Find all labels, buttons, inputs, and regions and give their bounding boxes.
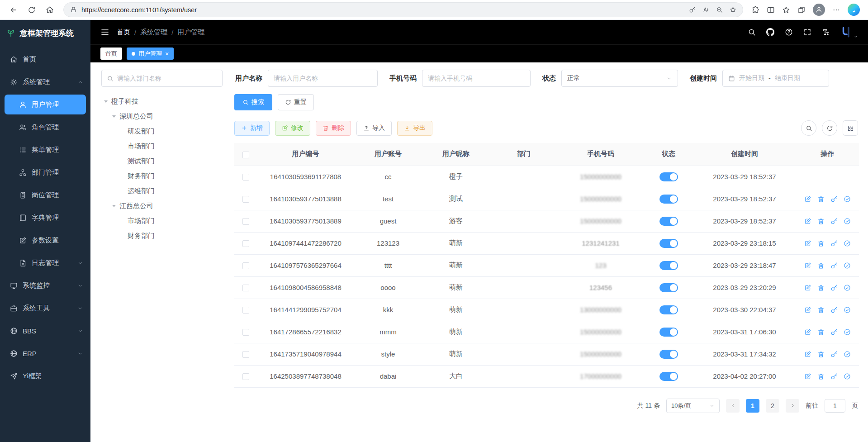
status-select[interactable]: 正常 (561, 70, 678, 87)
sidebar-item-param-settings[interactable]: 参数设置 (0, 229, 90, 252)
sidebar-item-system-management[interactable]: 系统管理 (0, 71, 90, 93)
edit-user-icon[interactable] (804, 328, 811, 336)
close-tab-icon[interactable]: × (165, 51, 169, 57)
phone-filter-input[interactable] (422, 70, 531, 87)
goto-page-input[interactable] (825, 399, 845, 413)
import-button[interactable]: 导入 (356, 121, 392, 136)
assign-role-icon[interactable] (844, 195, 851, 203)
reset-password-icon[interactable] (830, 195, 838, 203)
read-aloud-icon[interactable] (702, 6, 709, 13)
tree-node[interactable]: 研发部门 (101, 124, 223, 139)
tree-node[interactable]: 市场部门 (101, 214, 223, 228)
reset-password-icon[interactable] (830, 351, 838, 358)
row-checkbox[interactable] (242, 373, 249, 380)
font-size-icon[interactable] (822, 28, 830, 36)
tree-node[interactable]: 深圳总公司 (101, 109, 223, 124)
more-options-icon[interactable] (832, 6, 840, 14)
assign-role-icon[interactable] (844, 328, 851, 336)
favorites-bar-icon[interactable] (782, 6, 790, 14)
split-screen-icon[interactable] (767, 6, 775, 14)
reset-password-icon[interactable] (830, 262, 838, 269)
sidebar-item-user-management[interactable]: 用户管理 (5, 95, 86, 114)
row-checkbox[interactable] (242, 285, 249, 291)
reset-password-icon[interactable] (830, 284, 838, 291)
row-checkbox[interactable] (242, 262, 249, 269)
dept-search-input[interactable] (117, 75, 217, 82)
delete-user-icon[interactable] (817, 262, 825, 269)
refresh-table-button[interactable] (822, 120, 837, 136)
edit-user-icon[interactable] (804, 218, 811, 225)
assign-role-icon[interactable] (844, 218, 851, 225)
created-date-range-picker[interactable]: 开始日期 - 结束日期 (722, 70, 829, 87)
delete-user-icon[interactable] (817, 306, 825, 314)
favorite-star-icon[interactable] (730, 6, 736, 13)
edit-user-icon[interactable] (804, 195, 811, 203)
next-page-button[interactable] (786, 399, 799, 413)
collections-icon[interactable] (797, 6, 806, 14)
sidebar-item-role-management[interactable]: 角色管理 (0, 116, 90, 138)
sidebar-item-log-management[interactable]: 日志管理 (0, 252, 90, 274)
edit-user-icon[interactable] (804, 262, 811, 269)
delete-user-icon[interactable] (817, 328, 825, 336)
delete-user-icon[interactable] (817, 284, 825, 291)
refresh-button[interactable] (24, 3, 39, 17)
status-toggle[interactable] (659, 350, 678, 359)
browser-home-button[interactable] (43, 3, 57, 17)
bing-copilot-icon[interactable] (848, 4, 860, 16)
back-button[interactable] (6, 3, 21, 17)
sidebar-item-bbs[interactable]: BBS (0, 319, 90, 342)
username-filter-input[interactable] (268, 70, 378, 87)
edit-user-icon[interactable] (804, 306, 811, 314)
sidebar-item-yi-framework[interactable]: Yi框架 (0, 365, 90, 387)
show-search-button[interactable] (801, 120, 816, 136)
delete-user-icon[interactable] (817, 240, 825, 247)
delete-user-icon[interactable] (817, 218, 825, 225)
assign-role-icon[interactable] (844, 351, 851, 358)
prev-page-button[interactable] (726, 399, 740, 413)
assign-role-icon[interactable] (844, 262, 851, 269)
reset-password-icon[interactable] (830, 373, 838, 380)
address-bar[interactable]: https://ccnetcore.com:1101/system/user (63, 2, 743, 17)
row-checkbox[interactable] (242, 307, 249, 314)
sidebar-item-home[interactable]: 首页 (0, 48, 90, 71)
breadcrumb-system[interactable]: 系统管理 (140, 28, 167, 37)
profile-avatar[interactable] (813, 4, 825, 16)
assign-role-icon[interactable] (844, 373, 851, 380)
delete-user-icon[interactable] (817, 195, 825, 203)
page-button-2[interactable]: 2 (766, 399, 779, 413)
edit-user-icon[interactable] (804, 373, 811, 380)
zoom-out-icon[interactable] (716, 6, 723, 13)
sidebar-item-post-management[interactable]: 岗位管理 (0, 184, 90, 206)
password-key-icon[interactable] (689, 6, 696, 13)
reset-password-icon[interactable] (830, 240, 838, 247)
status-toggle[interactable] (659, 195, 678, 204)
status-toggle[interactable] (659, 328, 678, 337)
export-button[interactable]: 导出 (397, 121, 432, 136)
row-checkbox[interactable] (242, 240, 249, 247)
status-toggle[interactable] (659, 372, 678, 381)
reset-password-icon[interactable] (830, 306, 838, 314)
collapse-sidebar-button[interactable] (100, 28, 109, 37)
tab-home[interactable]: 首页 (100, 48, 122, 60)
search-icon[interactable] (748, 28, 756, 36)
edit-user-button[interactable]: 修改 (275, 121, 310, 136)
row-checkbox[interactable] (242, 196, 249, 203)
tree-node[interactable]: 财务部门 (101, 228, 223, 243)
row-checkbox[interactable] (242, 174, 249, 181)
extensions-icon[interactable] (751, 6, 759, 14)
status-toggle[interactable] (659, 172, 678, 181)
column-settings-button[interactable] (843, 120, 858, 136)
page-size-select[interactable]: 10条/页 (666, 399, 720, 413)
edit-user-icon[interactable] (804, 351, 811, 358)
reset-button[interactable]: 重置 (278, 94, 314, 110)
edit-user-icon[interactable] (804, 240, 811, 247)
assign-role-icon[interactable] (844, 240, 851, 247)
row-checkbox[interactable] (242, 329, 249, 336)
search-button[interactable]: 搜索 (234, 94, 272, 110)
assign-role-icon[interactable] (844, 284, 851, 291)
tree-node[interactable]: 运维部门 (101, 184, 223, 199)
reset-password-icon[interactable] (830, 328, 838, 336)
help-icon[interactable] (785, 28, 793, 36)
caret-down-icon[interactable] (112, 205, 116, 207)
select-all-checkbox[interactable] (242, 152, 249, 158)
